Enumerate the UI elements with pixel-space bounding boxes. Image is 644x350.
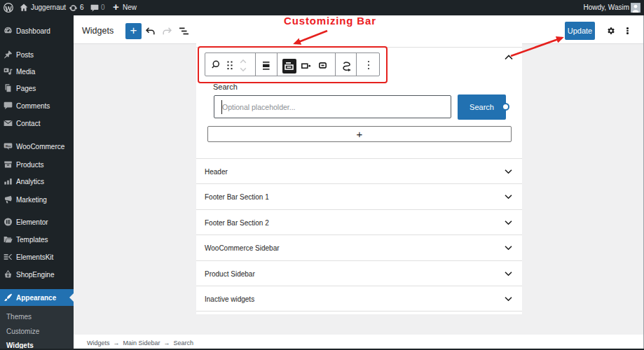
svg-text:Woo: Woo (6, 144, 11, 147)
